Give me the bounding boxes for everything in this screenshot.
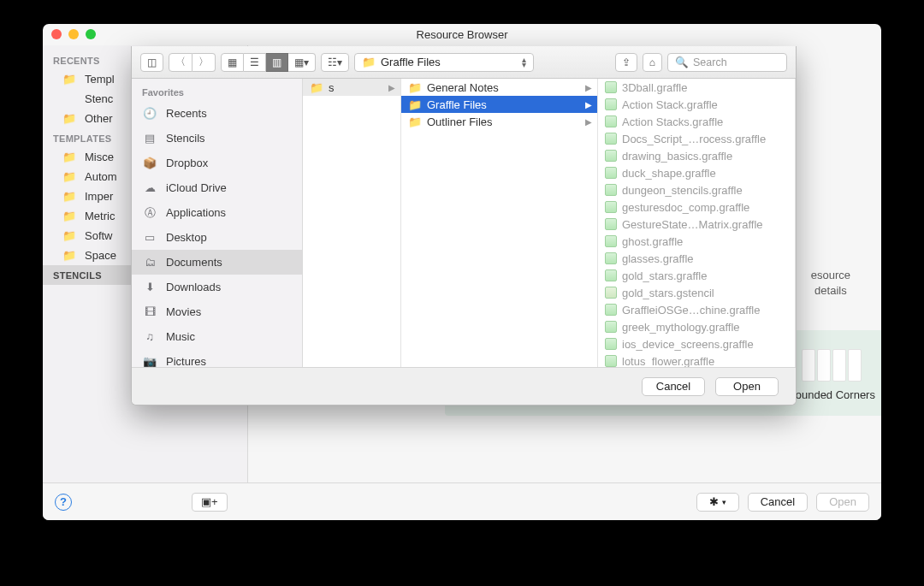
favorite-item[interactable]: ☁︎iCloud Drive xyxy=(132,175,302,200)
folder-icon xyxy=(62,112,77,125)
file-row[interactable]: lotus_flower.graffle xyxy=(598,352,795,367)
folder-row[interactable]: General Notes▶ xyxy=(401,79,597,96)
icon-view-button[interactable]: ▦ xyxy=(221,53,244,72)
window-title: Resource Browser xyxy=(417,28,508,41)
favorite-icon: 🗂 xyxy=(142,256,157,269)
file-row[interactable]: Docs_Script_…rocess.graffle xyxy=(598,130,795,147)
file-row[interactable]: gesturesdoc_comp.graffle xyxy=(598,198,795,216)
column-3: 3Dball.graffleAction Stack.graffleAction… xyxy=(598,79,796,367)
link-icon: ▣ xyxy=(201,495,211,508)
resource-browser-window: Resource Browser RECENTS TemplStencOther… xyxy=(43,24,881,520)
favorite-icon: 📦 xyxy=(142,157,157,169)
favorite-icon: 🎞 xyxy=(142,305,157,318)
file-icon xyxy=(605,167,617,179)
file-row[interactable]: duck_shape.graffle xyxy=(598,164,795,181)
file-row[interactable]: ios_device_screens.graffle xyxy=(598,335,795,352)
chevron-right-icon: ▶ xyxy=(388,83,395,92)
file-row[interactable]: gold_stars.graffle xyxy=(598,267,795,284)
open-button[interactable]: Open xyxy=(816,493,869,512)
favorite-icon: ▤ xyxy=(142,132,157,145)
search-field[interactable]: 🔍 Search xyxy=(667,53,787,72)
file-row[interactable]: drawing_basics.graffle xyxy=(598,147,795,164)
file-row[interactable]: 3Dball.graffle xyxy=(598,79,795,96)
share-button[interactable]: ⇪ xyxy=(615,53,637,72)
help-button[interactable]: ? xyxy=(55,494,72,511)
file-icon xyxy=(605,304,617,316)
sheet-cancel-button[interactable]: Cancel xyxy=(642,377,705,396)
close-icon[interactable] xyxy=(51,29,62,39)
file-icon xyxy=(605,218,617,230)
favorite-item[interactable]: 🕘Recents xyxy=(132,101,302,126)
list-view-button[interactable]: ☰ xyxy=(244,53,266,72)
favorite-item[interactable]: 📦Dropbox xyxy=(132,151,302,175)
favorite-icon: ▭ xyxy=(142,231,157,244)
file-row[interactable]: GraffleiOSGe…chine.graffle xyxy=(598,301,795,318)
open-file-sheet: ◫ 〈 〉 ▦ ☰ ▥ ▦▾ ☷▾ Graffle Files ▴▾ ⇪ ⌂ 🔍 xyxy=(131,46,797,405)
file-row[interactable]: dungeon_stencils.graffle xyxy=(598,181,795,198)
forward-button[interactable]: 〉 xyxy=(192,53,216,72)
favorite-icon: 🕘 xyxy=(142,107,157,120)
folder-icon xyxy=(62,151,77,163)
column-1: s▶ xyxy=(303,79,401,367)
favorite-item[interactable]: ▭Desktop xyxy=(132,225,302,250)
file-icon xyxy=(605,287,617,299)
favorite-icon: ♫ xyxy=(142,330,157,343)
favorite-item[interactable]: ⒶApplications xyxy=(132,200,302,225)
favorite-item[interactable]: 🎞Movies xyxy=(132,299,302,324)
zoom-icon[interactable] xyxy=(86,29,96,39)
favorite-item[interactable]: ⬇︎Downloads xyxy=(132,275,302,299)
file-row[interactable]: glasses.graffle xyxy=(598,250,795,267)
file-icon xyxy=(605,201,617,213)
favorite-item[interactable]: 📷Pictures xyxy=(132,349,302,367)
nav-buttons: 〈 〉 xyxy=(169,53,216,72)
favorite-icon: ☁︎ xyxy=(142,181,157,194)
favorite-item[interactable]: 🗂Documents xyxy=(132,250,302,275)
folder-row[interactable]: s▶ xyxy=(303,79,400,96)
favorite-item[interactable]: ♫Music xyxy=(132,324,302,349)
favorite-icon: Ⓐ xyxy=(142,205,157,221)
folder-icon xyxy=(362,56,376,68)
file-icon xyxy=(605,115,617,127)
gallery-view-button[interactable]: ▦▾ xyxy=(288,53,316,72)
file-row[interactable]: ghost.graffle xyxy=(598,233,795,250)
sidebar-toggle-button[interactable]: ◫ xyxy=(140,53,163,72)
back-button[interactable]: 〈 xyxy=(169,53,192,72)
chevron-updown-icon: ▴▾ xyxy=(522,57,526,68)
folder-row[interactable]: Graffle Files▶ xyxy=(401,96,597,113)
folder-row[interactable]: Outliner Files▶ xyxy=(401,113,597,130)
folder-icon xyxy=(408,115,422,128)
file-row[interactable]: Action Stack.graffle xyxy=(598,96,795,113)
arrange-button[interactable]: ☷▾ xyxy=(321,53,349,72)
tile-rounded-corners[interactable]: Rounded Corners xyxy=(787,349,875,401)
file-icon xyxy=(605,269,617,281)
file-icon xyxy=(605,338,617,350)
minimize-icon[interactable] xyxy=(68,29,79,39)
file-icon xyxy=(605,98,617,110)
file-row[interactable]: greek_mythology.graffle xyxy=(598,318,795,335)
column-2: General Notes▶Graffle Files▶Outliner Fil… xyxy=(401,79,598,367)
column-view-button[interactable]: ▥ xyxy=(266,53,288,72)
folder-icon xyxy=(62,249,77,262)
file-icon xyxy=(605,321,617,333)
favorites-sidebar: Favorites 🕘Recents▤Stencils📦Dropbox☁︎iCl… xyxy=(132,79,303,367)
chevron-right-icon: ▶ xyxy=(585,83,592,92)
sheet-open-button[interactable]: Open xyxy=(715,377,779,396)
chevron-right-icon: ▶ xyxy=(585,100,592,110)
favorite-icon: ⬇︎ xyxy=(142,281,157,293)
chevron-down-icon: ▾ xyxy=(722,498,726,506)
favorite-item[interactable]: ▤Stencils xyxy=(132,126,302,151)
add-resource-button[interactable]: ▣ + xyxy=(192,493,228,512)
path-popup[interactable]: Graffle Files ▴▾ xyxy=(354,53,534,72)
file-row[interactable]: GestureState…Matrix.graffle xyxy=(598,216,795,233)
file-row[interactable]: Action Stacks.graffle xyxy=(598,113,795,130)
tags-button[interactable]: ⌂ xyxy=(643,53,662,72)
traffic-lights xyxy=(51,29,96,39)
file-row[interactable]: gold_stars.gstencil xyxy=(598,284,795,301)
folder-icon xyxy=(408,81,422,94)
folder-icon xyxy=(310,81,323,94)
gear-menu-button[interactable]: ✱ ▾ xyxy=(696,493,739,512)
cancel-button[interactable]: Cancel xyxy=(748,493,808,512)
folder-icon xyxy=(62,190,77,203)
folder-icon xyxy=(62,73,77,86)
view-mode-segmented: ▦ ☰ ▥ ▦▾ xyxy=(221,53,316,72)
